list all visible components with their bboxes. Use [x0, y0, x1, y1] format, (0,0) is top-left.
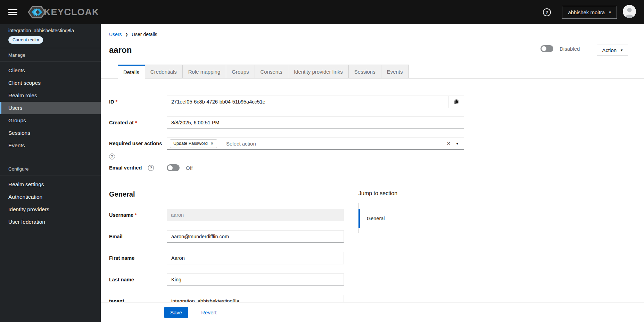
user-menu-label: abhishek moitra — [568, 9, 605, 15]
breadcrumb-current: User details — [132, 32, 157, 37]
email-verified-toggle[interactable] — [167, 164, 180, 171]
sidebar-item-events[interactable]: Events — [0, 139, 101, 152]
remove-chip-icon[interactable]: ✕ — [210, 141, 214, 146]
help-icon[interactable]: ? — [148, 165, 154, 171]
tab-consents[interactable]: Consents — [255, 65, 288, 79]
email-verified-state: Off — [186, 165, 193, 171]
tab-events[interactable]: Events — [381, 65, 409, 79]
avatar — [623, 5, 636, 19]
user-menu-dropdown[interactable]: abhishek moitra ▾ — [562, 6, 617, 19]
sidebar-item-users[interactable]: Users — [0, 102, 101, 114]
id-input[interactable] — [167, 96, 448, 108]
jump-to-section-heading: Jump to section — [358, 190, 397, 197]
sidebar-item-realm-settings[interactable]: Realm settings — [0, 178, 101, 191]
email-verified-label: Email verified ? — [109, 164, 167, 171]
tab-groups[interactable]: Groups — [226, 65, 255, 79]
required-user-actions-label: Required user actions ? — [109, 137, 167, 159]
keycloak-wordmark: KEYCLOAK — [44, 7, 99, 18]
main-content: Users ❯ User details aaron Disabled Acti… — [101, 24, 644, 322]
last-name-input[interactable] — [167, 274, 344, 286]
chevron-down-icon: ▾ — [609, 10, 611, 15]
jump-to-section-nav: General — [358, 203, 435, 233]
sidebar-item-client-scopes[interactable]: Client scopes — [0, 77, 101, 89]
select-action-placeholder: Select action — [226, 141, 256, 147]
sidebar-item-sessions[interactable]: Sessions — [0, 127, 101, 139]
chevron-down-icon[interactable]: ▾ — [454, 141, 464, 146]
sidebar-nav: integration_abhishektesting8la Current r… — [0, 24, 101, 322]
chevron-right-icon: ❯ — [125, 33, 128, 36]
save-button[interactable]: Save — [164, 307, 188, 318]
username-label: Username* — [109, 209, 167, 221]
enabled-toggle-label: Disabled — [560, 46, 580, 52]
required-marker: * — [116, 99, 118, 105]
revert-link[interactable]: Revert — [201, 309, 216, 315]
created-at-label: Created at* — [109, 116, 167, 129]
sidebar-item-user-federation[interactable]: User federation — [0, 216, 101, 228]
sidebar-item-authentication[interactable]: Authentication — [0, 191, 101, 203]
current-realm-badge: Current realm — [8, 36, 43, 44]
realm-selector[interactable]: integration_abhishektesting8la Current r… — [0, 24, 101, 48]
nav-section-manage: Manage — [0, 48, 101, 61]
tab-sessions[interactable]: Sessions — [349, 65, 381, 79]
first-name-input[interactable] — [167, 252, 344, 264]
nav-section-configure: Configure — [0, 162, 101, 175]
copy-icon — [454, 99, 459, 105]
required-marker: * — [135, 120, 137, 125]
tab-role-mapping[interactable]: Role mapping — [183, 65, 226, 79]
help-icon[interactable]: ? — [543, 8, 551, 16]
general-section-heading: General — [109, 190, 135, 198]
page-title: aaron — [109, 45, 132, 55]
chevron-down-icon: ▾ — [621, 48, 623, 52]
last-name-label: Last name — [109, 273, 167, 286]
masthead: KEYCLOAK ? abhishek moitra ▾ — [0, 0, 644, 24]
breadcrumb: Users ❯ User details — [109, 32, 157, 37]
nav-toggle-hamburger-icon[interactable] — [8, 8, 17, 17]
tab-credentials[interactable]: Credentials — [145, 65, 183, 79]
keycloak-logo[interactable]: KEYCLOAK — [28, 5, 99, 20]
email-label: Email — [109, 230, 167, 243]
action-dropdown[interactable]: Action ▾ — [597, 44, 628, 56]
enabled-toggle[interactable] — [540, 45, 553, 52]
first-name-label: First name — [109, 252, 167, 264]
created-at-input[interactable] — [167, 117, 464, 129]
breadcrumb-users-link[interactable]: Users — [109, 32, 122, 37]
user-detail-tabs: Details Credentials Role mapping Groups … — [101, 65, 644, 79]
tab-details[interactable]: Details — [118, 65, 145, 79]
sidebar-item-groups[interactable]: Groups — [0, 114, 101, 127]
sidebar-item-realm-roles[interactable]: Realm roles — [0, 89, 101, 102]
clear-selection-icon[interactable]: ✕ — [443, 141, 454, 146]
help-icon[interactable]: ? — [109, 154, 115, 159]
username-input — [167, 209, 344, 221]
keycloak-hexagon-icon — [28, 5, 46, 20]
tab-identity-provider-links[interactable]: Identity provider links — [288, 65, 349, 79]
id-label: ID* — [109, 96, 167, 108]
form-actions-footer: Save Revert — [101, 302, 644, 322]
action-dropdown-label: Action — [602, 47, 617, 53]
realm-name: integration_abhishektesting8la — [8, 28, 95, 33]
sidebar-item-identity-providers[interactable]: Identity providers — [0, 203, 101, 216]
email-input[interactable] — [167, 231, 344, 242]
jump-item-general[interactable]: General — [358, 209, 435, 228]
update-password-chip: Update Password ✕ — [170, 139, 217, 148]
copy-id-button[interactable] — [448, 96, 464, 108]
sidebar-item-clients[interactable]: Clients — [0, 64, 101, 77]
required-marker: * — [135, 212, 137, 218]
required-user-actions-select[interactable]: Update Password ✕ Select action ✕ ▾ — [167, 137, 464, 150]
